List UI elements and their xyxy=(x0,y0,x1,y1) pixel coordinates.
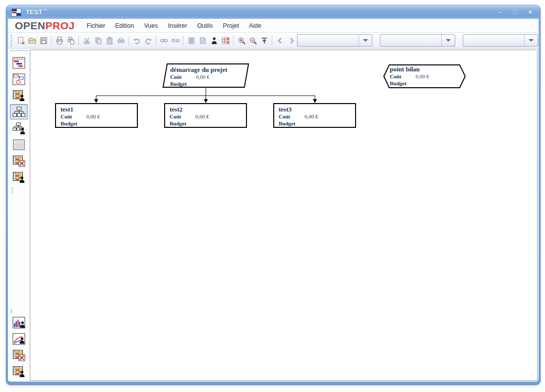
sidebar-item-rbs-view[interactable] xyxy=(10,120,28,136)
task-title: démarrage du projet xyxy=(170,66,243,73)
insert-grid-button[interactable] xyxy=(220,35,231,46)
sidebar-item-gantt-view[interactable] xyxy=(10,55,28,70)
print-button[interactable] xyxy=(54,35,65,46)
save-button[interactable] xyxy=(38,35,49,46)
menu-aide[interactable]: Aide xyxy=(244,21,266,31)
combobox-arrow[interactable] xyxy=(524,35,538,46)
menu-fichier[interactable]: Fichier xyxy=(82,21,111,31)
undo-button[interactable] xyxy=(131,35,142,46)
open-button[interactable] xyxy=(26,35,38,46)
toolbar-separator xyxy=(183,36,183,46)
notes-icon xyxy=(187,36,196,45)
undo-icon xyxy=(132,36,141,45)
sidebar-item-task-usage-detail-view[interactable] xyxy=(10,347,28,363)
print-preview-icon xyxy=(66,36,75,45)
redo-icon xyxy=(144,36,153,45)
toolbar-combobox-1[interactable] xyxy=(297,34,372,47)
sidebar-item-histogram-view[interactable] xyxy=(10,315,28,330)
sidebar-item-resource-usage-detail-view[interactable] xyxy=(10,364,28,379)
sidebar-item-reports-view[interactable] xyxy=(10,137,28,152)
sidebar-drag-handle[interactable] xyxy=(10,50,28,53)
sidebar-section-handle[interactable] xyxy=(12,187,15,193)
sidebar-item-task-usage-view[interactable] xyxy=(10,153,28,168)
cost-label: Coût xyxy=(170,73,196,80)
next-button[interactable] xyxy=(286,35,297,46)
combobox-arrow[interactable] xyxy=(441,35,455,46)
task-notes-button[interactable] xyxy=(185,35,197,46)
chevron-right-icon xyxy=(287,36,296,45)
print-preview-button[interactable] xyxy=(65,35,76,46)
task-title: test2 xyxy=(170,106,243,113)
gantt-view-icon xyxy=(12,57,25,69)
scroll-to-task-button[interactable] xyxy=(258,35,270,46)
view-sidebar xyxy=(8,49,30,382)
toolbar-combobox-3[interactable] xyxy=(463,34,538,47)
resource-usage-detail-icon xyxy=(12,366,25,378)
zoom-out-button[interactable] xyxy=(247,35,258,46)
close-button[interactable]: × xyxy=(525,8,535,17)
task-node-test2[interactable]: test2 Coût0,00 € Budget xyxy=(164,103,247,128)
task-node-point-bilan[interactable]: point bilan Coût0,00 € Budget xyxy=(383,64,466,89)
scroll-to-task-icon xyxy=(260,36,269,45)
wbs-canvas[interactable]: démarrage du projet Coût0,00 € Budget po… xyxy=(30,50,538,381)
zoom-in-icon xyxy=(237,36,246,45)
cost-value: 0,00 € xyxy=(304,113,318,120)
task-node-demarrage[interactable]: démarrage du projet Coût0,00 € Budget xyxy=(163,63,249,88)
cost-label: Coût xyxy=(390,73,416,80)
sidebar-item-wbs-view[interactable] xyxy=(10,104,28,119)
task-title: test1 xyxy=(61,106,134,113)
sidebar-section-handle[interactable] xyxy=(11,309,14,313)
chevron-down-icon xyxy=(445,39,451,43)
redo-button[interactable] xyxy=(142,35,154,46)
paste-button[interactable] xyxy=(104,35,115,46)
find-button[interactable] xyxy=(115,35,126,46)
maximize-button[interactable]: □ xyxy=(510,8,520,17)
menu-outils[interactable]: Outils xyxy=(192,21,218,31)
toolbar-drag-handle[interactable] xyxy=(11,35,12,47)
title-bar[interactable]: TEST * – □ × xyxy=(6,5,540,19)
toolbar-separator xyxy=(51,36,52,46)
connector-lines xyxy=(30,50,538,381)
print-icon xyxy=(55,36,64,45)
cost-value: 0,00 € xyxy=(196,73,210,80)
new-document-button[interactable] xyxy=(15,35,26,46)
previous-button[interactable] xyxy=(274,35,286,46)
grid-icon xyxy=(221,36,230,45)
cost-label: Coût xyxy=(170,113,195,120)
save-icon xyxy=(39,36,48,45)
copy-button[interactable] xyxy=(92,35,104,46)
combobox-arrow[interactable] xyxy=(359,35,372,46)
sidebar-item-resources-view[interactable] xyxy=(10,88,28,103)
link-tasks-button[interactable] xyxy=(158,35,170,46)
chevron-down-icon xyxy=(528,39,534,43)
task-node-test3[interactable]: test3 Coût0,00 € Budget xyxy=(273,103,356,128)
unlink-icon xyxy=(171,36,180,45)
window-body: OPENPROJ Fichier Edition Vues Insérer Ou… xyxy=(8,19,539,382)
chevron-down-icon xyxy=(363,39,368,43)
document-icon xyxy=(198,36,207,45)
new-document-icon xyxy=(16,36,25,45)
menu-inserer[interactable]: Insérer xyxy=(163,21,192,31)
task-information-button[interactable] xyxy=(197,35,208,46)
minimize-button[interactable]: – xyxy=(495,8,505,17)
toolbar-separator xyxy=(78,36,79,46)
zoom-in-button[interactable] xyxy=(236,35,247,46)
menu-edition[interactable]: Edition xyxy=(110,21,139,31)
toolbar-separator xyxy=(156,36,156,46)
cost-label: Coût xyxy=(61,113,86,120)
menu-projet[interactable]: Projet xyxy=(218,21,244,31)
assign-resources-button[interactable] xyxy=(208,35,220,46)
menu-vues[interactable]: Vues xyxy=(139,21,163,31)
toolbar-combobox-2[interactable] xyxy=(380,34,455,47)
sidebar-item-charts-view[interactable] xyxy=(10,331,28,346)
desktop: TEST * – □ × OPENPROJ Fichier Edition Vu… xyxy=(0,0,545,392)
cut-button[interactable] xyxy=(81,35,92,46)
cost-value: 0,00 € xyxy=(416,73,429,80)
unlink-tasks-button[interactable] xyxy=(170,35,181,46)
sidebar-item-network-view[interactable] xyxy=(10,71,28,87)
task-usage-icon xyxy=(12,155,25,167)
sidebar-item-resource-usage-view[interactable] xyxy=(10,169,28,185)
task-node-test1[interactable]: test1 Coût0,00 € Budget xyxy=(55,103,138,128)
workspace: démarrage du projet Coût0,00 € Budget po… xyxy=(8,49,539,382)
charts-view-icon xyxy=(12,333,25,345)
